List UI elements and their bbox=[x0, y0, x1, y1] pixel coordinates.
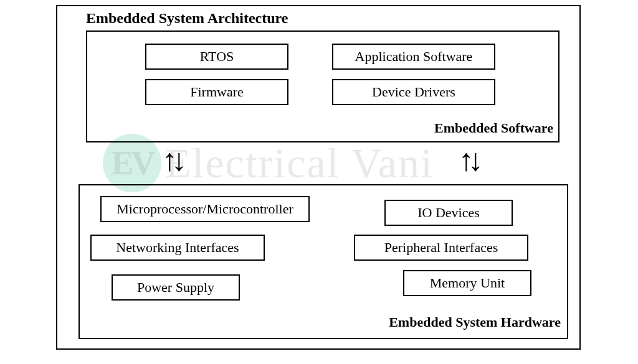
peripheral-interfaces-label: Peripheral Interfaces bbox=[384, 240, 498, 256]
application-software-box: Application Software bbox=[332, 44, 495, 70]
embedded-software-label: Embedded Software bbox=[434, 120, 553, 136]
io-devices-label: IO Devices bbox=[417, 205, 480, 221]
microprocessor-label: Microprocessor/Microcontroller bbox=[117, 201, 293, 217]
firmware-label: Firmware bbox=[190, 84, 244, 100]
power-supply-label: Power Supply bbox=[137, 279, 214, 296]
power-supply-box: Power Supply bbox=[112, 274, 240, 301]
device-drivers-box: Device Drivers bbox=[332, 79, 495, 105]
device-drivers-label: Device Drivers bbox=[372, 84, 455, 100]
memory-unit-label: Memory Unit bbox=[430, 275, 505, 291]
firmware-box: Firmware bbox=[145, 79, 288, 105]
bidirectional-arrow-left: ↑↓ bbox=[162, 144, 181, 175]
rtos-label: RTOS bbox=[200, 49, 234, 65]
memory-unit-box: Memory Unit bbox=[403, 270, 531, 296]
embedded-hardware-label: Embedded System Hardware bbox=[389, 314, 561, 330]
networking-interfaces-label: Networking Interfaces bbox=[116, 240, 239, 256]
application-software-label: Application Software bbox=[355, 49, 473, 65]
microprocessor-box: Microprocessor/Microcontroller bbox=[100, 196, 310, 222]
networking-interfaces-box: Networking Interfaces bbox=[90, 235, 265, 261]
bidirectional-arrow-right: ↑↓ bbox=[459, 144, 477, 175]
io-devices-box: IO Devices bbox=[384, 200, 513, 226]
architecture-title: Embedded System Architecture bbox=[86, 10, 288, 27]
rtos-box: RTOS bbox=[145, 44, 288, 70]
peripheral-interfaces-box: Peripheral Interfaces bbox=[354, 235, 528, 261]
